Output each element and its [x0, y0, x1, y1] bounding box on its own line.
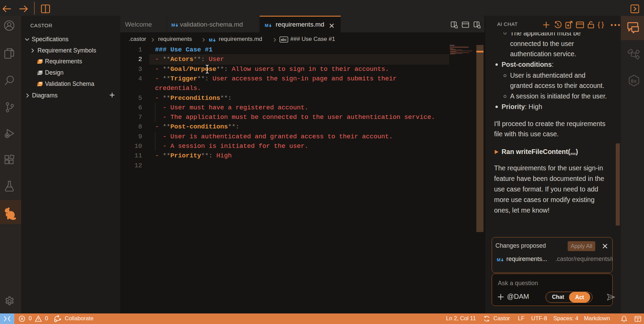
svg-text:M: M — [171, 22, 175, 28]
svg-text:M: M — [209, 37, 213, 43]
svg-text:0x: 0x — [631, 79, 637, 84]
svg-text:M: M — [265, 23, 269, 28]
svg-text:M: M — [497, 257, 501, 262]
svg-text:abc: abc — [281, 38, 287, 42]
